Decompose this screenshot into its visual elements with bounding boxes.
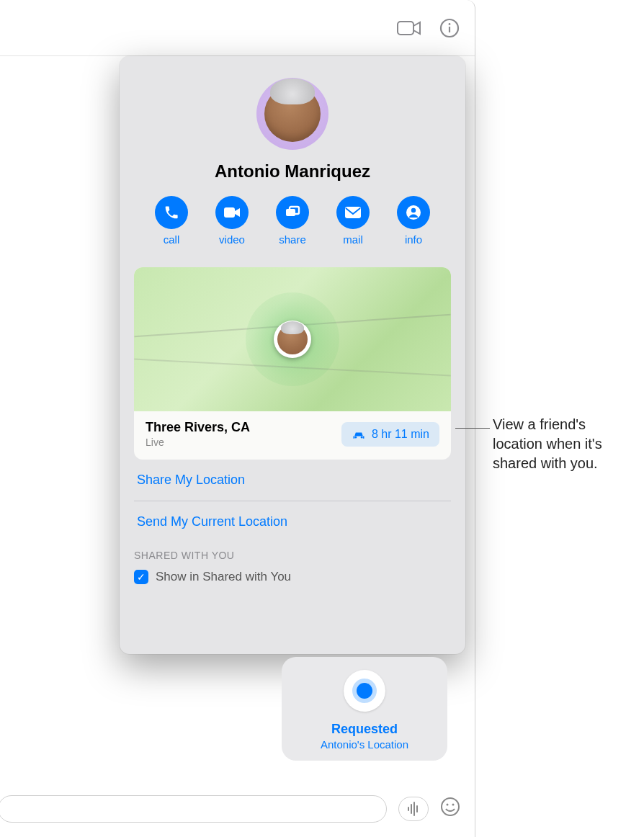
svg-rect-5	[286, 209, 295, 216]
location-name: Three Rivers, CA	[146, 420, 250, 435]
svg-point-2	[449, 23, 451, 25]
call-label: call	[164, 233, 180, 246]
bubble-title: Requested	[331, 722, 398, 737]
location-request-icon	[344, 670, 385, 712]
video-icon	[215, 196, 249, 229]
info-icon[interactable]	[437, 16, 462, 40]
share-label: share	[279, 233, 306, 246]
memoji-pin-icon	[277, 324, 308, 354]
location-pin	[274, 321, 311, 358]
message-input[interactable]	[0, 795, 387, 823]
action-row: call video share mail	[155, 196, 430, 246]
eta-text: 8 hr 11 min	[372, 428, 429, 441]
bubble-subtitle: Antonio's Location	[321, 738, 408, 751]
checkbox-checked-icon[interactable]: ✓	[134, 570, 148, 584]
facetime-video-icon[interactable]	[397, 16, 421, 40]
contact-details-popover: Antonio Manriquez call video share	[120, 56, 465, 654]
svg-rect-14	[413, 802, 415, 816]
video-label: video	[219, 233, 245, 246]
share-icon	[276, 196, 309, 229]
send-current-location-link[interactable]: Send My Current Location	[134, 501, 451, 542]
call-button[interactable]: call	[155, 196, 188, 246]
compose-bar	[0, 795, 475, 823]
person-icon	[397, 196, 430, 229]
audio-message-button[interactable]	[398, 797, 429, 821]
svg-point-17	[447, 803, 449, 805]
memoji-icon	[264, 86, 321, 142]
callout-text: View a friend's location when it's share…	[493, 415, 637, 473]
svg-rect-4	[224, 207, 235, 218]
mail-button[interactable]: mail	[336, 196, 370, 246]
mail-label: mail	[343, 233, 363, 246]
svg-point-18	[452, 803, 455, 805]
location-request-bubble[interactable]: Requested Antonio's Location	[282, 657, 447, 761]
callout-leader-line	[455, 428, 490, 429]
svg-rect-12	[408, 807, 409, 811]
smiley-icon	[440, 797, 460, 817]
mail-icon	[336, 196, 370, 229]
svg-point-11	[361, 436, 363, 438]
map-footer: Three Rivers, CA Live 8 hr 11 min	[134, 411, 451, 460]
messages-window: Antonio Manriquez call video share	[0, 0, 475, 837]
toolbar	[0, 0, 475, 56]
contact-name: Antonio Manriquez	[215, 161, 370, 182]
svg-rect-7	[345, 207, 361, 218]
svg-rect-0	[398, 22, 413, 35]
waveform-icon	[407, 801, 420, 817]
info-button[interactable]: info	[397, 196, 430, 246]
svg-point-16	[442, 798, 459, 815]
location-dot-icon	[357, 683, 372, 699]
car-icon	[352, 429, 366, 440]
share-button[interactable]: share	[276, 196, 309, 246]
map-area[interactable]	[134, 267, 451, 411]
svg-point-10	[354, 436, 357, 438]
show-in-shared-with-you-row[interactable]: ✓ Show in Shared with You	[134, 570, 451, 584]
location-map-card[interactable]: Three Rivers, CA Live 8 hr 11 min	[134, 267, 451, 460]
location-status: Live	[146, 437, 250, 448]
svg-rect-15	[416, 805, 418, 813]
phone-icon	[155, 196, 188, 229]
svg-rect-13	[411, 804, 412, 814]
directions-eta-button[interactable]: 8 hr 11 min	[341, 422, 439, 447]
svg-point-9	[411, 208, 416, 212]
shared-with-you-header: SHARED WITH YOU	[134, 550, 451, 561]
share-my-location-link[interactable]: Share My Location	[134, 460, 451, 501]
emoji-picker-button[interactable]	[440, 797, 460, 822]
video-button[interactable]: video	[215, 196, 249, 246]
info-label: info	[405, 233, 422, 246]
show-in-shared-label: Show in Shared with You	[156, 570, 291, 584]
contact-avatar	[256, 78, 328, 150]
